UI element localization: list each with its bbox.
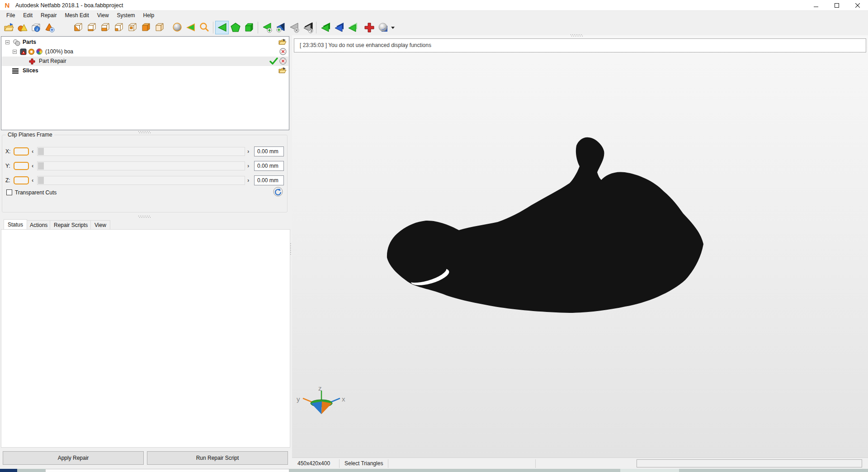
minimize-button[interactable]	[806, 0, 826, 11]
render-mode-icon	[377, 22, 395, 33]
invert-selection-button[interactable]	[301, 21, 314, 34]
clip-y-plane-button[interactable]	[14, 162, 29, 170]
repair-plus-icon	[29, 58, 35, 65]
tree-row-slices[interactable]: Slices	[2, 66, 288, 76]
clip-z-value[interactable]: 0.00 mm	[254, 175, 284, 185]
clip-y-right-arrow[interactable]: ›	[247, 162, 249, 170]
remove-selection-button[interactable]	[287, 21, 301, 34]
reset-clip-icon[interactable]	[273, 187, 283, 197]
cube-bottom-edge-icon	[87, 22, 98, 33]
menu-repair[interactable]: Repair	[37, 11, 61, 20]
cut-cube-button-3[interactable]	[99, 21, 113, 34]
maximize-button[interactable]	[826, 0, 847, 11]
menu-mesh-edit[interactable]: Mesh Edit	[61, 11, 93, 20]
part-info-button[interactable]: i	[29, 21, 43, 34]
new-primitives-button[interactable]	[16, 21, 29, 34]
open-project-button[interactable]	[2, 21, 16, 34]
tab-status[interactable]: Status	[4, 219, 27, 229]
menu-help[interactable]: Help	[139, 11, 159, 20]
load-parts-folder-icon[interactable]	[278, 38, 287, 45]
select-surface-button[interactable]	[229, 21, 242, 34]
tree-slices-label: Slices	[23, 67, 38, 74]
clip-x-right-arrow[interactable]: ›	[247, 147, 249, 156]
repair-part-button[interactable]	[363, 21, 376, 34]
clip-x-slider[interactable]	[37, 147, 245, 156]
clip-y-slider-thumb[interactable]	[38, 162, 44, 170]
add-part-button[interactable]	[43, 21, 57, 34]
select-visible-button[interactable]	[345, 21, 359, 34]
clip-z-slider[interactable]	[37, 176, 245, 185]
primitives-icon	[17, 22, 28, 33]
viewport-3d[interactable]: z y x	[292, 35, 868, 458]
zoom-button[interactable]	[198, 21, 211, 34]
menu-edit[interactable]: Edit	[19, 11, 37, 20]
collapse-icon[interactable]	[13, 50, 17, 54]
remove-repair-icon[interactable]	[279, 57, 287, 65]
clip-z-label: Z:	[5, 177, 10, 184]
log-message: [ 23:35:03 ] You do not use enhanced dis…	[300, 42, 431, 48]
tree-row-part-repair[interactable]: Part Repair	[2, 57, 288, 66]
menu-system[interactable]: System	[113, 11, 139, 20]
select-shell-button[interactable]	[242, 21, 256, 34]
clip-y-label: Y:	[5, 163, 10, 169]
progress-bar	[637, 459, 862, 467]
clip-x-label: X:	[5, 148, 10, 155]
apply-repair-button[interactable]: Apply Repair	[3, 451, 144, 465]
triangle-zoom-icon	[185, 22, 196, 33]
clip-z-plane-button[interactable]	[14, 176, 29, 184]
splitter-handle[interactable]	[138, 131, 151, 133]
cut-cube-button-7[interactable]	[153, 21, 167, 34]
add-to-selection-button[interactable]	[260, 21, 274, 34]
transparent-cuts-label: Transparent Cuts	[15, 189, 57, 196]
clip-x-plane-button[interactable]	[14, 147, 29, 156]
menu-view[interactable]: View	[93, 11, 113, 20]
select-all-button[interactable]	[318, 21, 332, 34]
double-triangle-green-icon	[319, 22, 331, 33]
clip-z-slider-thumb[interactable]	[38, 177, 44, 184]
axis-y-label: y	[297, 395, 300, 403]
cube-info-icon: i	[31, 22, 42, 33]
clip-x-slider-thumb[interactable]	[38, 148, 44, 155]
clip-x-left-arrow[interactable]: ‹	[32, 147, 33, 156]
shaded-view-button[interactable]	[170, 21, 184, 34]
select-all-blue-button[interactable]	[332, 21, 345, 34]
tree-part-repair-label: Part Repair	[39, 58, 66, 64]
clip-z-right-arrow[interactable]: ›	[247, 176, 249, 184]
cut-cube-button-4[interactable]	[113, 21, 126, 34]
add-plane-selection-button[interactable]	[274, 21, 287, 34]
clip-z-left-arrow[interactable]: ‹	[32, 176, 33, 184]
cut-cube-button-5[interactable]	[126, 21, 140, 34]
cut-cube-button-1[interactable]	[72, 21, 85, 34]
toolbar: i	[0, 20, 868, 35]
transparent-cuts-checkbox[interactable]	[6, 189, 12, 195]
cube-inner-icon	[127, 22, 138, 33]
taskbar-strip	[0, 469, 868, 472]
collapse-icon[interactable]	[5, 40, 9, 44]
clip-x-value[interactable]: 0.00 mm	[254, 146, 284, 156]
render-mode-button[interactable]	[376, 21, 396, 34]
load-slices-folder-icon[interactable]	[278, 67, 287, 74]
clip-y-value[interactable]: 0.00 mm	[254, 161, 284, 171]
status-ring-icon	[28, 48, 35, 55]
tab-actions[interactable]: Actions	[26, 220, 52, 229]
remove-part-icon[interactable]	[279, 48, 287, 55]
tab-repair-scripts[interactable]: Repair Scripts	[50, 220, 92, 229]
run-repair-script-button[interactable]: Run Repair Script	[147, 451, 288, 465]
splitter-handle[interactable]	[571, 34, 583, 37]
close-button[interactable]	[847, 0, 868, 11]
cut-cube-button-2[interactable]	[85, 21, 99, 34]
cut-cube-button-6[interactable]	[140, 21, 153, 34]
tab-view[interactable]: View	[90, 220, 110, 229]
axes-widget: z y x	[297, 384, 345, 414]
tree-row-boa[interactable]: (100%) boa	[2, 47, 288, 57]
tree-row-parts[interactable]: Parts	[2, 38, 288, 47]
taskbar-item-edge	[620, 469, 679, 472]
clip-y-slider[interactable]	[37, 161, 245, 170]
splitter-handle[interactable]	[138, 216, 151, 218]
select-triangles-button[interactable]	[215, 21, 229, 34]
model-dimensions: 450x420x400	[297, 458, 330, 469]
clip-y-left-arrow[interactable]: ‹	[32, 162, 33, 170]
menu-file[interactable]: File	[2, 11, 19, 20]
zoom-to-selection-button[interactable]	[184, 21, 198, 34]
minimize-icon	[814, 3, 818, 8]
